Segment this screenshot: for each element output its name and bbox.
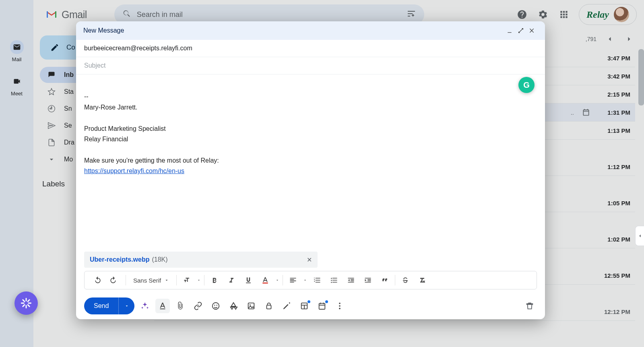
compose-window: New Message burbeeicecream@receipts.rela… [76, 21, 545, 319]
attach-icon[interactable] [173, 299, 188, 313]
popout-icon[interactable] [515, 25, 526, 36]
subject-field[interactable] [76, 57, 545, 74]
mail-time: 3:47 PM [598, 55, 630, 62]
close-icon[interactable] [526, 25, 538, 36]
nav-inbox-label: Inb [64, 71, 74, 78]
apps-grid-icon[interactable] [558, 8, 570, 21]
bold-icon[interactable] [208, 273, 221, 287]
search-icon [122, 9, 131, 20]
app-root: Mail Meet Gmail Search in mail [0, 0, 644, 347]
text-color-icon[interactable] [258, 273, 272, 287]
signature-divider: -- [84, 91, 537, 102]
compose-body[interactable]: G -- Mary-Rose Jarrett. Product Marketin… [76, 74, 545, 252]
file-icon [47, 138, 56, 147]
loom-fab-icon[interactable] [14, 291, 38, 315]
relay-account-chip[interactable]: Relay [579, 4, 637, 25]
strikethrough-icon[interactable] [398, 273, 412, 287]
nav-snoozed-label: Sn [64, 105, 72, 112]
mail-time: 3:42 PM [598, 73, 630, 80]
star-icon [47, 88, 56, 96]
inbox-icon [47, 71, 56, 79]
user-avatar[interactable] [614, 7, 629, 22]
calendar-icon [582, 108, 590, 116]
rail-meet[interactable]: Meet [10, 74, 24, 97]
more-options-icon[interactable] [332, 299, 347, 313]
link-icon[interactable] [191, 299, 205, 313]
send-row: Send [76, 293, 545, 319]
prev-page-icon[interactable] [604, 33, 616, 45]
compose-header[interactable]: New Message [76, 21, 545, 40]
nav-more-label: Mo [64, 156, 73, 163]
side-panel-toggle[interactable] [635, 226, 644, 246]
svg-point-12 [339, 305, 341, 307]
redo-icon[interactable] [106, 273, 120, 287]
next-page-icon[interactable] [623, 33, 635, 45]
rail-mail-label: Mail [12, 56, 22, 62]
search-placeholder: Search in mail [137, 10, 401, 19]
attachment-name: Uber-receipts.webp [90, 256, 149, 263]
signature-link[interactable]: https://support.relayfi.com/hc/en-us [84, 167, 184, 174]
send-options-dropdown[interactable] [118, 297, 134, 314]
formatting-toolbar: Sans Serif [84, 271, 537, 289]
rail-mail[interactable]: Mail [10, 40, 24, 62]
clear-formatting-icon[interactable] [415, 273, 429, 287]
font-family-select[interactable]: Sans Serif [129, 277, 173, 284]
bulleted-list-icon[interactable] [327, 273, 341, 287]
emoji-icon[interactable] [208, 299, 223, 313]
gmail-brand-text: Gmail [62, 9, 87, 21]
nav-starred-label: Sta [64, 88, 74, 95]
quote-icon[interactable] [378, 273, 392, 287]
svg-rect-10 [319, 304, 325, 310]
drive-icon[interactable] [226, 299, 241, 313]
chevron-down-icon [47, 155, 56, 163]
mail-time: 1:05 PM [598, 200, 630, 207]
svg-point-4 [214, 305, 215, 306]
send-button[interactable]: Send [84, 297, 118, 314]
signature-pen-icon[interactable] [279, 299, 294, 313]
schedule-icon[interactable] [315, 299, 329, 313]
mail-time: 1:31 PM [598, 109, 630, 116]
ai-spark-icon[interactable] [138, 299, 152, 313]
settings-gear-icon[interactable] [537, 8, 549, 21]
numbered-list-icon[interactable] [310, 273, 324, 287]
signature-cta: Make sure you're getting the most out of… [84, 155, 537, 166]
subject-input[interactable] [84, 62, 537, 69]
scrollbar-thumb[interactable] [638, 49, 644, 105]
svg-point-7 [250, 304, 251, 306]
grammarly-icon[interactable]: G [518, 77, 535, 93]
relay-brand-text: Relay [586, 9, 609, 20]
italic-icon[interactable] [225, 273, 238, 287]
undo-icon[interactable] [91, 273, 105, 287]
confidential-icon[interactable] [262, 299, 276, 313]
text-format-toggle-icon[interactable] [155, 299, 170, 313]
indent-more-icon[interactable] [361, 273, 375, 287]
page-count: ,791 [586, 36, 597, 42]
mail-time: 1:12 PM [598, 163, 630, 170]
nav-drafts-label: Dra [64, 139, 74, 146]
minimize-icon[interactable] [504, 25, 515, 36]
discard-draft-icon[interactable] [522, 299, 537, 313]
meet-icon [10, 74, 24, 88]
rail-meet-label: Meet [11, 91, 23, 97]
to-field[interactable]: burbeeicecream@receipts.relayfi.com [76, 40, 545, 57]
attachment-chip[interactable]: Uber-receipts.webp (18K) ✕ [84, 252, 318, 268]
attachment-remove-icon[interactable]: ✕ [307, 256, 312, 264]
image-icon[interactable] [244, 299, 258, 313]
svg-point-5 [217, 305, 217, 306]
layout-icon[interactable] [297, 299, 312, 313]
logo-area[interactable]: Gmail [45, 9, 87, 21]
align-icon[interactable] [286, 273, 300, 287]
svg-point-3 [213, 303, 219, 310]
mail-time: 2:15 PM [598, 91, 630, 98]
attachment-size: (18K) [152, 256, 167, 263]
mail-time: 12:12 PM [598, 308, 630, 315]
indent-less-icon[interactable] [344, 273, 358, 287]
underline-icon[interactable] [242, 273, 255, 287]
mail-time: 1:02 PM [598, 236, 630, 243]
signature-name: Mary-Rose Jarrett. [84, 102, 537, 113]
support-icon[interactable] [516, 8, 528, 21]
nav-sent-label: Se [64, 122, 72, 129]
svg-rect-1 [263, 283, 268, 284]
search-options-icon[interactable] [407, 9, 416, 21]
font-size-icon[interactable] [180, 273, 194, 287]
